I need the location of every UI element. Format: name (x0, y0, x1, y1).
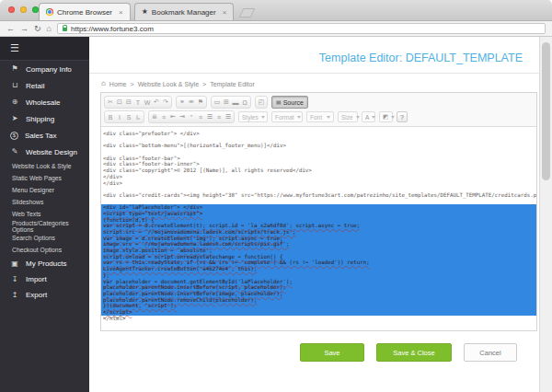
import-icon: ↧ (10, 276, 19, 283)
chevron-down-icon (372, 116, 375, 119)
blockquote-icon[interactable]: ” (187, 111, 196, 122)
align-justify-icon[interactable]: ☰ (224, 111, 233, 122)
sidebar-item-label: Import (26, 275, 47, 283)
sidebar-subitem[interactable]: Web Texts (0, 208, 89, 220)
menu-toggle[interactable]: ☰ (0, 37, 89, 61)
forward-icon[interactable]: → (20, 25, 29, 33)
sidebar-item[interactable]: ⊕ Wholesale (0, 94, 89, 110)
sidebar-subitem[interactable]: Menu Designer (0, 184, 89, 196)
paste-plain-text-icon[interactable]: T (133, 97, 143, 108)
code-line-selected: })(document, 'script'); (103, 303, 535, 309)
help-button[interactable]: ? (397, 111, 408, 122)
reload-icon[interactable]: ↻ (34, 25, 41, 33)
table-icon[interactable]: ⊞ (222, 97, 231, 108)
minimize-window-button[interactable] (20, 6, 27, 13)
maximize-icon[interactable]: ◰ (257, 97, 266, 108)
code-line-selected: script.src = '//mojanovadomena.ladesk.co… (103, 229, 535, 236)
sidebar-item[interactable]: ↧ Import (0, 271, 89, 287)
size-dropdown[interactable]: Size (338, 111, 358, 122)
sidebar-item[interactable]: $ Sales Tax (0, 127, 89, 144)
chevron-down-icon (261, 116, 265, 119)
code-block-bottom: </html> (103, 316, 535, 322)
bold-icon[interactable]: B (106, 111, 115, 122)
italic-icon[interactable]: I (115, 111, 124, 122)
image-icon[interactable]: ▭ (213, 97, 222, 108)
sidebar-item-label: Export (26, 291, 47, 299)
horizontal-rule-icon[interactable]: ▬ (231, 97, 240, 108)
main-content: Template Editor: DEFAULT_TEMPLATE ⌂ Home… (89, 37, 539, 392)
bulleted-list-icon[interactable]: ≡ (159, 111, 168, 122)
tab-close-icon[interactable]: × (119, 8, 123, 17)
outdent-icon[interactable]: ⇤ (168, 111, 178, 122)
undo-icon[interactable]: ↶ (152, 97, 161, 108)
format-dropdown[interactable]: Format (271, 111, 303, 122)
code-line-selected: var image = d.createElement('img'); scri… (103, 236, 535, 242)
source-label: Source (283, 99, 304, 106)
save-button[interactable]: Save (300, 343, 364, 362)
copy-icon[interactable]: ⊡ (115, 97, 124, 108)
paste-from-word-icon[interactable]: W (143, 97, 152, 108)
sidebar-item-label: Sales Tax (25, 132, 57, 140)
sidebar-subitem[interactable]: Search Options (0, 232, 89, 244)
sidebar-subitem[interactable]: Checkout Options (0, 244, 89, 256)
sidebar-bottom-items: ▣ My Products ↧ Import ↥ Export (0, 256, 89, 303)
action-buttons: Save Save & Close Cancel (89, 331, 539, 362)
cut-icon[interactable]: ✂ (106, 97, 115, 108)
special-char-icon[interactable]: Ω (240, 97, 249, 108)
breadcrumb-separator: > (131, 81, 134, 87)
new-tab-button[interactable] (239, 8, 256, 17)
code-line-selected: var script = d.createElement(t); script.… (103, 223, 535, 229)
link-icon[interactable]: ⚭ (178, 97, 187, 108)
strikethrough-icon[interactable]: S (124, 111, 133, 122)
sidebar-subitem[interactable]: Website Look & Style (0, 160, 89, 172)
scrollbar-thumb[interactable] (542, 42, 550, 180)
remove-format-icon[interactable]: Iₓ (133, 111, 143, 122)
sidebar-item[interactable]: ➤ Shipping (0, 110, 89, 127)
chevron-down-icon (297, 116, 301, 119)
home-icon: ⌂ (101, 80, 106, 87)
window-controls (8, 6, 39, 13)
align-center-icon[interactable]: ☰ (205, 111, 214, 122)
font-dropdown[interactable]: Font (306, 111, 334, 122)
sidebar-item[interactable]: ⚑ Company Info (0, 61, 89, 77)
chevron-down-icon (327, 116, 330, 119)
close-window-button[interactable] (8, 6, 15, 13)
paste-icon[interactable]: ⊟ (124, 97, 133, 108)
align-right-icon[interactable]: ≡ (214, 111, 224, 122)
https-lock-icon (63, 28, 67, 31)
bg-color-dropdown[interactable]: ◩ (379, 111, 393, 122)
home-icon[interactable]: ⌂ (47, 25, 52, 33)
tab-close-icon[interactable]: × (223, 8, 227, 17)
anchor-icon[interactable]: ⚑ (196, 97, 205, 108)
code-line: <div class="bottom-menu">[(horizontal_fo… (103, 143, 535, 149)
source-button[interactable]: ▤ Source (271, 96, 308, 109)
numbered-list-icon[interactable]: ≣ (150, 111, 159, 122)
sidebar-item[interactable]: ▣ My Products (0, 256, 89, 271)
text-color-dropdown[interactable]: A (362, 111, 375, 122)
zoom-window-button[interactable] (32, 6, 39, 13)
redo-icon[interactable]: ↷ (161, 97, 170, 108)
scrollbar[interactable] (539, 37, 552, 392)
sidebar-item[interactable]: ↥ Export (0, 287, 89, 303)
address-bar[interactable]: https://www.fortune3.com (57, 23, 546, 34)
indent-icon[interactable]: ⇥ (178, 111, 187, 122)
code-block-selected: <div id="laPlaceholder"> </div><script t… (101, 204, 536, 315)
breadcrumb-website-look[interactable]: Website Look & Style (138, 81, 199, 87)
cancel-button[interactable]: Cancel (464, 343, 517, 362)
sidebar-item[interactable]: ⊔ Retail (0, 77, 89, 94)
insert-group: ▭⊞▬Ω (211, 96, 251, 109)
tab-chrome-browser[interactable]: Chrome Browser × (39, 3, 131, 20)
sidebar-subitem[interactable]: Products/Categories Options (0, 220, 89, 232)
sidebar-subitem[interactable]: Slideshows (0, 196, 89, 208)
align-left-icon[interactable]: ≡ (196, 111, 205, 122)
sidebar-subitem[interactable]: Static Web Pages (0, 172, 89, 184)
breadcrumb-home[interactable]: Home (109, 81, 127, 87)
tab-bookmark-manager[interactable]: ★ Bookmark Manager × (134, 3, 235, 20)
back-icon[interactable]: ← (6, 25, 15, 33)
styles-dropdown[interactable]: Styles (238, 111, 268, 122)
source-code-area[interactable]: <div class="prefooter"> </div><div class… (101, 126, 536, 330)
export-icon: ↥ (10, 292, 19, 299)
sidebar-item[interactable]: ✎ Website Design (0, 144, 89, 160)
unlink-icon[interactable]: ⚮ (187, 97, 196, 108)
save-close-button[interactable]: Save & Close (376, 343, 452, 362)
